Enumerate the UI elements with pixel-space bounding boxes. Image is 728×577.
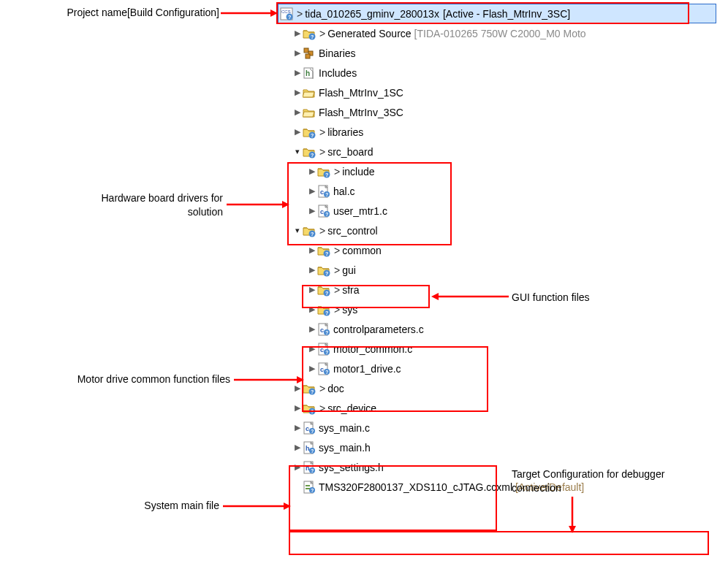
tree-label: controlparameters.c [333,324,424,335]
tree-item-controlparameters-c[interactable]: ▶ controlparameters.c [278,319,716,339]
tree-item-libraries[interactable]: ▶ > libraries [278,122,716,142]
vcs-modified-marker: > [334,304,340,316]
tree-item-flash1sc[interactable]: ▶ Flash_MtrInv_1SC [278,83,716,102]
folder-question-icon [317,283,330,297]
caret-right-icon[interactable]: ▶ [307,245,317,255]
vcs-modified-marker: > [319,126,325,138]
caret-right-icon[interactable]: ▶ [292,107,303,117]
project-tree: > tida_010265_gminv_280013x [Active - Fl… [278,4,716,497]
folder-question-icon [303,224,316,237]
includes-icon [303,66,316,80]
caret-right-icon[interactable]: ▶ [292,28,303,38]
annotation-project-name: Project name[Build Configuration] [7,6,219,20]
tree-item-generated-source[interactable]: ▶ > Generated Source [TIDA-010265 750W C… [278,23,716,43]
svg-marker-35 [569,526,576,533]
tree-label: Generated Source [327,28,411,39]
tree-item-project-root[interactable]: > tida_010265_gminv_280013x [Active - Fl… [278,4,716,23]
caret-right-icon[interactable]: ▶ [307,344,317,354]
tree-item-sys[interactable]: ▶ > sys [278,299,716,319]
tree-item-hal-c[interactable]: ▶ hal.c [278,181,716,201]
project-name-label: tida_010265_gminv_280013x [305,8,439,20]
folder-question-icon [303,145,316,158]
ccxml-file-icon [303,481,316,494]
annotation-target-config: Target Configuration for debugger connec… [512,467,716,495]
tree-label: libraries [327,126,363,138]
tree-item-sys-main-h[interactable]: ▶ sys_main.h [278,437,716,457]
caret-right-icon[interactable]: ▶ [307,324,317,334]
arrow-target-config [566,495,580,533]
caret-right-icon[interactable]: ▶ [292,88,303,97]
tree-item-flash3sc[interactable]: ▶ Flash_MtrInv_3SC [278,102,716,122]
folder-question-icon [317,264,330,277]
annotation-gui-files: GUI function files [512,291,643,305]
c-file-icon [317,362,330,375]
caret-down-icon[interactable]: ▾ [292,147,303,156]
tree-label: common [342,245,382,256]
vcs-modified-marker: > [334,245,340,256]
annotation-motor-files: Motor drive common function files [37,372,230,386]
c-file-icon [317,205,330,218]
caret-right-icon[interactable]: ▶ [292,423,303,432]
caret-right-icon[interactable]: ▶ [307,305,317,314]
tree-item-motor-common-c[interactable]: ▶ motor_common.c [278,339,716,359]
folder-icon [303,106,316,119]
caret-right-icon[interactable]: ▶ [292,383,303,393]
caret-right-icon[interactable]: ▶ [307,285,317,294]
annotation-sys-main: System main file [99,499,219,513]
c-file-icon [317,323,330,336]
caret-right-icon[interactable]: ▶ [292,403,303,413]
c-file-icon [317,343,330,356]
caret-right-icon[interactable]: ▶ [307,206,317,215]
folder-question-icon [303,382,316,395]
tree-item-src-device[interactable]: ▶ > src_device [278,398,716,418]
tree-item-binaries[interactable]: ▶ Binaries [278,43,716,63]
tree-label: src_control [327,225,377,237]
vcs-modified-marker: > [319,402,325,414]
c-file-icon [303,421,316,435]
tree-item-includes[interactable]: ▶ Includes [278,63,716,83]
tree-label: motor_common.c [333,343,412,355]
vcs-modified-marker: > [334,264,340,276]
vcs-modified-marker: > [319,383,325,394]
tree-item-sys-main-c[interactable]: ▶ sys_main.c [278,418,716,437]
tree-item-common[interactable]: ▶ > common [278,240,716,260]
tree-item-gui[interactable]: ▶ > gui [278,260,716,280]
folder-question-icon [317,244,330,257]
ccs-project-icon [280,7,293,20]
tree-label: doc [327,383,344,394]
h-file-icon [303,441,316,454]
tree-label: sys_main.h [319,442,371,454]
tree-hint: [TIDA-010265 750W C2000_M0 Moto [414,28,586,39]
tree-item-src-control[interactable]: ▾ > src_control [278,221,716,240]
tree-item-motor1-drive-c[interactable]: ▶ motor1_drive.c [278,359,716,378]
c-file-icon [317,185,330,198]
caret-right-icon[interactable]: ▶ [307,265,317,275]
tree-item-doc[interactable]: ▶ > doc [278,378,716,398]
tree-item-user-mtr1-c[interactable]: ▶ user_mtr1.c [278,201,716,221]
caret-right-icon[interactable]: ▶ [292,127,303,137]
vcs-modified-marker: > [334,166,340,177]
folder-icon [303,86,316,99]
vcs-modified-marker: > [319,146,325,158]
caret-right-icon[interactable]: ▶ [307,167,317,176]
folder-question-icon [317,165,330,178]
caret-right-icon[interactable]: ▶ [292,462,303,472]
caret-right-icon[interactable]: ▶ [292,443,303,452]
caret-right-icon[interactable]: ▶ [292,68,303,77]
tree-label: gui [342,264,356,276]
tree-label: sys_settings.h [319,462,384,473]
caret-right-icon[interactable]: ▶ [292,48,303,58]
tree-label: Binaries [319,47,356,59]
caret-right-icon[interactable]: ▶ [307,186,317,196]
tree-label: src_board [327,146,373,158]
caret-right-icon[interactable]: ▶ [307,364,317,373]
caret-down-icon[interactable]: ▾ [292,226,303,235]
svg-marker-25 [270,9,278,17]
tree-item-src-board[interactable]: ▾ > src_board [278,142,716,161]
tree-label: motor1_drive.c [333,363,401,375]
tree-label: hal.c [333,186,355,197]
vcs-modified-marker: > [319,28,325,39]
binaries-icon [303,47,316,60]
tree-item-sfra[interactable]: ▶ > sfra [278,280,716,299]
tree-item-include[interactable]: ▶ > include [278,161,716,181]
